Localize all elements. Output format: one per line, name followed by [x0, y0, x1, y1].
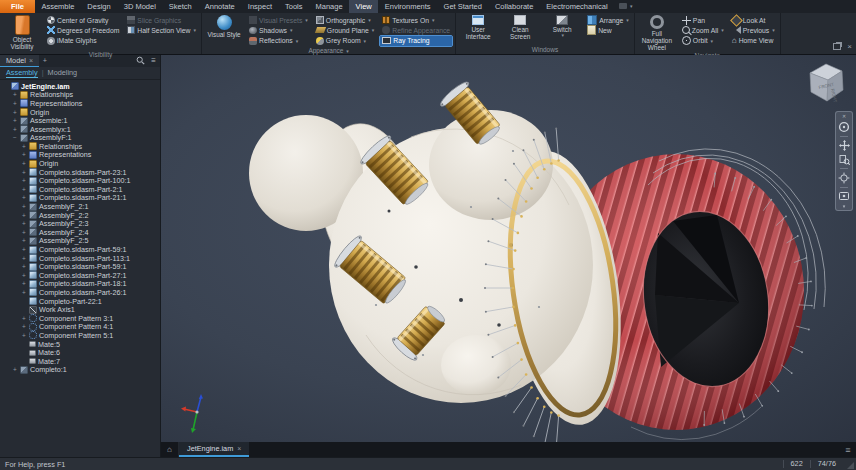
degrees-of-freedom-button[interactable]: Degrees of Freedom: [45, 25, 121, 35]
user-interface-button[interactable]: User Interface: [459, 14, 497, 40]
half-section-view-caret-icon[interactable]: ▾: [194, 27, 197, 33]
tree-item-completo-sldasm-part-21-1[interactable]: +Completo.sldasm-Part-21:1: [0, 194, 160, 203]
switch-caret-icon[interactable]: ▾: [561, 33, 564, 39]
expander-icon[interactable]: +: [21, 229, 27, 236]
previous-view-caret-icon[interactable]: ▾: [772, 27, 775, 33]
expander-icon[interactable]: +: [21, 323, 27, 330]
orbit-caret-icon[interactable]: ▾: [711, 38, 714, 44]
zoom-all-button[interactable]: Zoom All ▾: [680, 25, 726, 35]
expander-icon[interactable]: +: [21, 332, 27, 339]
tree-item-completo-sldasm-part-59-1[interactable]: +Completo.sldasm-Part-59:1: [0, 245, 160, 254]
windows-group-label[interactable]: Windows: [459, 45, 631, 54]
menu-tab-file[interactable]: File: [0, 0, 35, 13]
zoom-icon[interactable]: [839, 154, 850, 165]
expander-icon[interactable]: +: [21, 212, 27, 219]
tree-item-assemblyf-2-2[interactable]: +AssemblyF_2:2: [0, 211, 160, 220]
mode-tab-assembly[interactable]: Assembly: [6, 68, 38, 78]
tree-item-origin[interactable]: +Origin: [0, 159, 160, 168]
ray-tracing-button[interactable]: Ray Tracing: [380, 36, 452, 46]
expander-icon[interactable]: +: [21, 220, 27, 227]
navbar-close-icon[interactable]: ✕: [842, 114, 846, 118]
expander-icon[interactable]: +: [21, 177, 27, 184]
expander-icon[interactable]: +: [12, 366, 18, 373]
new-window-button[interactable]: New: [585, 25, 631, 35]
tab-bar-menu-icon[interactable]: ≡: [840, 442, 856, 457]
expander-icon[interactable]: +: [21, 246, 27, 253]
expander-icon[interactable]: +: [21, 160, 27, 167]
object-visibility-button[interactable]: Object Visibility: [3, 14, 41, 50]
mode-tab-modeling[interactable]: Modeling: [48, 68, 78, 77]
expander-icon[interactable]: +: [21, 289, 27, 296]
menu-tab-3d-model[interactable]: 3D Model: [117, 0, 162, 13]
orbit-button[interactable]: Orbit ▾: [680, 36, 726, 46]
tree-item-work-axis1[interactable]: Work Axis1: [0, 305, 160, 314]
appearance-group-caret-icon[interactable]: ▾: [346, 48, 349, 54]
expander-icon[interactable]: +: [21, 280, 27, 287]
tree-item-assemblyf-1[interactable]: −AssemblyF:1: [0, 134, 160, 143]
tree-item-representations[interactable]: +Representations: [0, 151, 160, 160]
menu-tab-design[interactable]: Design: [81, 0, 117, 13]
shadows-button[interactable]: Shadows ▾: [247, 25, 310, 35]
tree-item-completo-sldasm-part-59-1[interactable]: +Completo.sldasm-Part-59:1: [0, 262, 160, 271]
expander-icon[interactable]: +: [21, 186, 27, 193]
look-at-button[interactable]: Look At: [730, 15, 777, 25]
tree-item-completo-sldasm-part-100-1[interactable]: +Completo.sldasm-Part-100:1: [0, 176, 160, 185]
menu-tab-inspect[interactable]: Inspect: [241, 0, 278, 13]
tree-item-assemblyx-1[interactable]: +Assemblyx:1: [0, 125, 160, 134]
expander-icon[interactable]: +: [12, 109, 18, 116]
switch-button[interactable]: Switch ▾: [543, 14, 581, 39]
menu-tab-annotate[interactable]: Annotate: [198, 0, 241, 13]
reflections-caret-icon[interactable]: ▾: [296, 38, 299, 44]
menu-tab-tools[interactable]: Tools: [278, 0, 309, 13]
pan-button[interactable]: Pan: [680, 15, 726, 25]
ground-plane-caret-icon[interactable]: ▾: [372, 27, 375, 33]
expander-icon[interactable]: +: [21, 255, 27, 262]
close-document-icon[interactable]: ×: [847, 42, 852, 51]
textures-on-caret-icon[interactable]: ▾: [432, 17, 435, 23]
tree-item-relationships[interactable]: +Relationships: [0, 142, 160, 151]
center-of-gravity-button[interactable]: Center of Gravity: [45, 15, 121, 25]
expander-icon[interactable]: +: [12, 117, 18, 124]
tree-item-jetengine-iam[interactable]: JetEngine.iam: [0, 82, 160, 91]
expander-icon[interactable]: +: [21, 194, 27, 201]
menu-tab-environments[interactable]: Environments: [378, 0, 437, 13]
arrange-caret-icon[interactable]: ▾: [626, 17, 629, 23]
menu-tab-manage[interactable]: Manage: [309, 0, 349, 13]
restore-window-icon[interactable]: [833, 43, 841, 50]
tree-item-completo-sldasm-part-2-1[interactable]: +Completo.sldasm-Part-2:1: [0, 185, 160, 194]
textures-on-button[interactable]: Textures On ▾: [380, 15, 452, 25]
home-tab-button[interactable]: ⌂: [161, 442, 179, 457]
ground-plane-button[interactable]: Ground Plane ▾: [314, 25, 376, 35]
menu-tab-collaborate[interactable]: Collaborate: [488, 0, 539, 13]
tree-item-mate-5[interactable]: Mate:5: [0, 340, 160, 349]
visual-style-button[interactable]: Visual Style: [205, 14, 243, 38]
menu-tab-view[interactable]: View: [349, 0, 378, 13]
arrange-button[interactable]: Arrange ▾: [585, 15, 631, 25]
navbar-more-caret-icon[interactable]: ▾: [843, 204, 846, 208]
resize-grip[interactable]: [847, 462, 854, 469]
look-at-icon[interactable]: [838, 191, 850, 201]
grey-room-caret-icon[interactable]: ▾: [364, 38, 367, 44]
expander-icon[interactable]: +: [21, 263, 27, 270]
engine-body[interactable]: [249, 110, 637, 432]
menu-tab-get-started[interactable]: Get Started: [437, 0, 488, 13]
home-view-button[interactable]: ⌂ Home View: [730, 36, 777, 46]
navigation-bar[interactable]: ✕: [835, 111, 853, 211]
tree-item-assemblyf-2-3[interactable]: +AssemblyF_2:3: [0, 219, 160, 228]
expander-icon[interactable]: +: [21, 237, 27, 244]
half-section-view-button[interactable]: Half Section View ▾: [125, 25, 198, 35]
tree-item-component-pattern-5-1[interactable]: +Component Pattern 5:1: [0, 331, 160, 340]
expander-icon[interactable]: +: [21, 315, 27, 322]
ribbon-overflow-caret-icon[interactable]: ▾: [630, 3, 633, 9]
zoom-all-caret-icon[interactable]: ▾: [721, 27, 724, 33]
orthographic-caret-icon[interactable]: ▾: [368, 17, 371, 23]
viewport-3d[interactable]: FRONT RIGHT ✕: [161, 55, 856, 442]
clean-screen-button[interactable]: Clean Screen: [501, 14, 539, 40]
tree-item-mate-6[interactable]: Mate:6: [0, 348, 160, 357]
appearance-group-label[interactable]: Appearance ▾: [205, 46, 452, 55]
tree-item-completo-sldasm-part-27-1[interactable]: +Completo.sldasm-Part-27:1: [0, 271, 160, 280]
expander-icon[interactable]: +: [21, 143, 27, 150]
tree-item-assemblyf-2-5[interactable]: +AssemblyF_2:5: [0, 237, 160, 246]
tree-item-completo-sldasm-part-23-1[interactable]: +Completo.sldasm-Part-23:1: [0, 168, 160, 177]
expander-icon[interactable]: +: [12, 126, 18, 133]
